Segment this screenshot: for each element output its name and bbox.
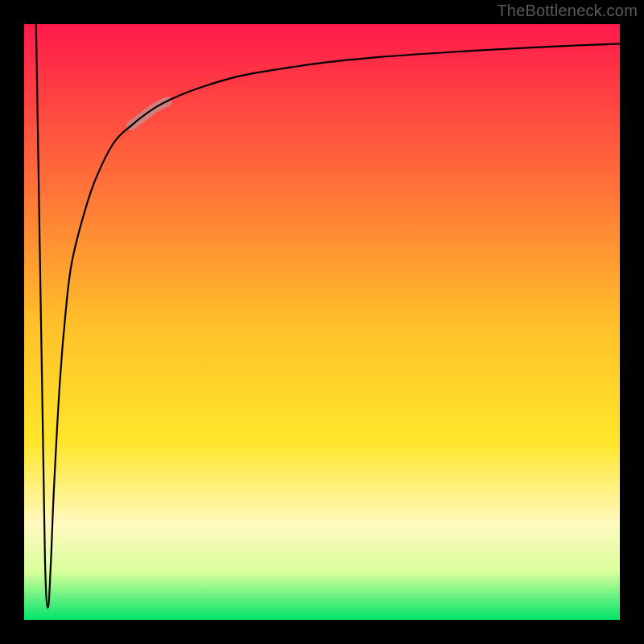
watermark-text: TheBottleneck.com xyxy=(497,2,638,20)
plot-background xyxy=(24,24,620,620)
chart-frame: TheBottleneck.com xyxy=(0,0,644,644)
chart-svg xyxy=(0,0,644,644)
